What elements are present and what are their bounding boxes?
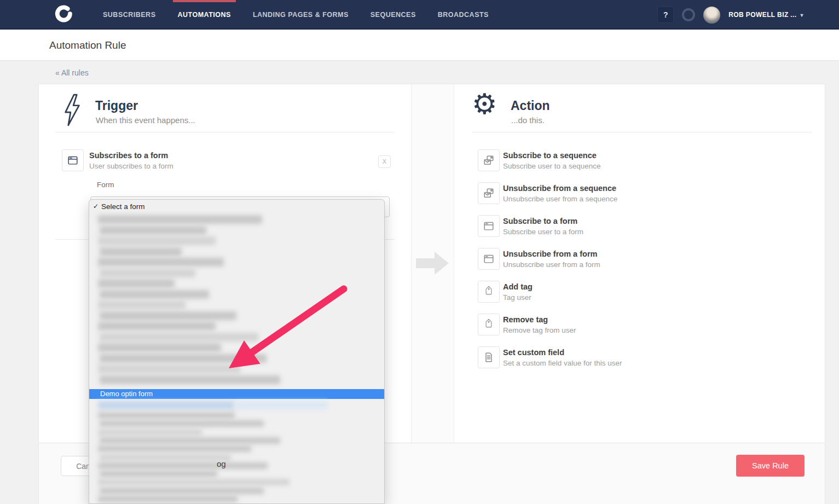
blurred-option xyxy=(100,333,258,341)
form-dropdown: ✓ Select a form Demo optin form og xyxy=(89,199,385,504)
dropdown-option-label: Select a form xyxy=(101,202,145,211)
convertkit-logo-icon xyxy=(54,4,74,25)
action-option-subtitle: Set a custom field value for this user xyxy=(503,359,622,367)
page-header-bar: Automation Rule xyxy=(0,30,839,61)
blurred-option xyxy=(100,354,267,363)
blurred-option xyxy=(100,290,209,299)
trigger-item-title: Subscribes to a form xyxy=(89,151,168,160)
dropdown-option-select-a-form[interactable]: ✓ Select a form xyxy=(89,200,384,213)
action-option-subtitle: Remove tag from user xyxy=(503,326,576,334)
blurred-option xyxy=(98,479,290,485)
nav-item-automations[interactable]: AUTOMATIONS xyxy=(178,0,231,30)
avatar[interactable] xyxy=(703,7,720,24)
save-rule-button[interactable]: Save Rule xyxy=(736,455,805,477)
flow-arrow-column xyxy=(411,84,454,443)
tag-icon xyxy=(478,314,500,335)
tag-icon xyxy=(478,281,500,303)
all-rules-link[interactable]: « All rules xyxy=(55,68,89,77)
gear-icon: ⚙ xyxy=(472,90,497,118)
blurred-option xyxy=(98,429,202,436)
top-navbar: SUBSCRIBERSAUTOMATIONSLANDING PAGES & FO… xyxy=(0,0,839,30)
partial-blurred-text: og xyxy=(217,459,226,468)
trigger-subtitle: When this event happens... xyxy=(96,115,195,125)
action-option-subtitle: Unsubscribe user from a form xyxy=(503,260,600,269)
action-option-title: Subscribe to a sequence xyxy=(503,151,597,160)
blurred-option xyxy=(98,364,240,373)
blurred-option xyxy=(98,496,238,502)
blurred-option xyxy=(100,375,280,384)
right-arrow-icon xyxy=(416,251,451,275)
convertkit-logo[interactable] xyxy=(54,4,74,25)
checkmark-icon: ✓ xyxy=(93,202,99,210)
action-option-subtitle: Subscribe user to a form xyxy=(503,228,583,236)
action-option-title: Add tag xyxy=(503,282,533,291)
remove-trigger-button[interactable]: X xyxy=(378,155,391,168)
blurred-option xyxy=(100,420,264,427)
blurred-option xyxy=(100,471,217,477)
blurred-option xyxy=(100,247,182,256)
blurred-option xyxy=(98,279,175,288)
blurred-option xyxy=(98,258,224,267)
blurred-option xyxy=(98,412,235,419)
user-name-label: ROB POWELL BIZ ... xyxy=(728,11,796,19)
nav-item-broadcasts[interactable]: BROADCASTS xyxy=(438,0,489,30)
page-title: Automation Rule xyxy=(0,30,839,61)
nav-item-landing-pages-forms[interactable]: LANDING PAGES & FORMS xyxy=(253,0,349,30)
action-option-subtitle: Subscribe user to a sequence xyxy=(503,162,601,170)
blurred-option xyxy=(100,437,280,444)
nav-item-subscribers[interactable]: SUBSCRIBERS xyxy=(103,0,156,30)
account-menu[interactable]: ROB POWELL BIZ ... ▾ xyxy=(728,11,803,19)
blurred-option xyxy=(98,401,235,409)
nav-item-sequences[interactable]: SEQUENCES xyxy=(371,0,416,30)
blurred-option xyxy=(100,269,195,277)
form-icon xyxy=(478,215,500,237)
blurred-option xyxy=(100,488,264,494)
blurred-option xyxy=(235,401,328,409)
blurred-option xyxy=(98,462,268,469)
action-option-title: Set custom field xyxy=(503,348,564,357)
form-icon xyxy=(478,248,500,270)
action-title: Action xyxy=(511,99,550,113)
custom-field-icon xyxy=(478,346,500,368)
main-nav: SUBSCRIBERSAUTOMATIONSLANDING PAGES & FO… xyxy=(103,0,489,30)
blurred-option xyxy=(98,300,186,309)
action-option-subtitle: Unsubscribe user from a sequence xyxy=(503,195,617,203)
trigger-title: Trigger xyxy=(95,99,138,113)
action-subtitle: ...do this. xyxy=(511,115,545,125)
blurred-option xyxy=(100,226,206,235)
form-icon xyxy=(62,149,84,171)
blurred-option xyxy=(98,236,216,245)
chevron-down-icon: ▾ xyxy=(801,12,803,18)
blurred-option xyxy=(100,311,236,320)
action-option-title: Remove tag xyxy=(503,315,548,324)
form-field-label: Form xyxy=(97,181,114,189)
blurred-option xyxy=(98,215,262,224)
trigger-item-subtitle: User subscribes to a form xyxy=(89,162,173,170)
divider xyxy=(55,132,395,132)
status-ring-icon[interactable] xyxy=(682,8,695,21)
lightning-icon xyxy=(62,94,82,126)
sequence-icon xyxy=(478,149,500,171)
divider xyxy=(472,132,812,132)
dropdown-option-demo-optin-form[interactable]: Demo optin form xyxy=(89,389,384,399)
blurred-option xyxy=(98,445,251,452)
action-panel: ⚙ Action ...do this. Subscribe to a sequ… xyxy=(454,84,826,443)
action-option-subtitle: Tag user xyxy=(503,293,531,302)
sequence-icon xyxy=(478,182,500,204)
action-option-title: Unsubscribe from a form xyxy=(503,250,597,258)
action-option-title: Unsubscribe from a sequence xyxy=(503,184,616,193)
blurred-option xyxy=(98,343,221,352)
navbar-right-cluster: ? ROB POWELL BIZ ... ▾ xyxy=(657,0,803,30)
blurred-option xyxy=(100,454,231,461)
blurred-option xyxy=(98,322,216,331)
action-option-title: Subscribe to a form xyxy=(503,217,577,225)
help-button[interactable]: ? xyxy=(657,7,674,23)
